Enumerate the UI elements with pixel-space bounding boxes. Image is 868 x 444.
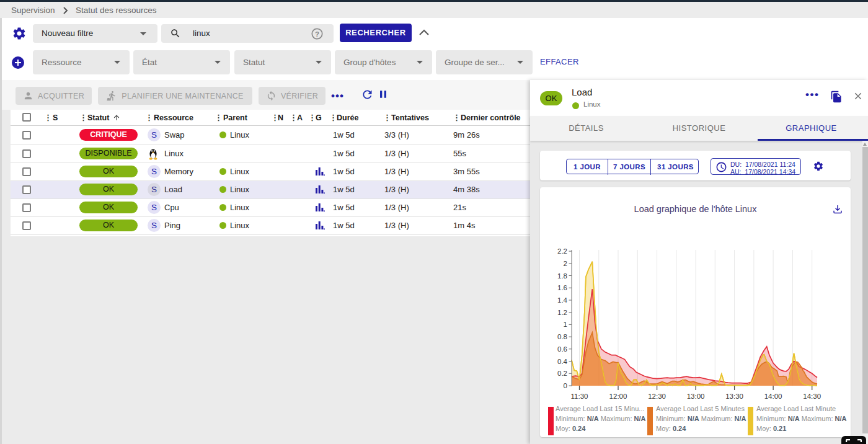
- svg-text:?: ?: [315, 30, 319, 38]
- svg-text:1: 1: [564, 321, 567, 328]
- svg-text:2.2: 2.2: [557, 247, 567, 255]
- svg-text:12:00: 12:00: [609, 393, 627, 400]
- svg-text:1.4: 1.4: [557, 296, 568, 304]
- svg-text:1.2: 1.2: [557, 309, 567, 316]
- svg-text:14:30: 14:30: [803, 393, 821, 400]
- svg-text:0.6: 0.6: [557, 345, 567, 353]
- svg-text:1.6: 1.6: [557, 284, 567, 291]
- svg-text:13:30: 13:30: [725, 393, 743, 400]
- svg-text:0.4: 0.4: [557, 358, 568, 365]
- svg-text:13:00: 13:00: [687, 393, 705, 400]
- svg-text:1.8: 1.8: [557, 272, 567, 280]
- svg-text:0: 0: [564, 382, 567, 389]
- svg-text:11:30: 11:30: [571, 393, 588, 400]
- svg-text:14:00: 14:00: [764, 393, 782, 400]
- svg-text:12:30: 12:30: [648, 393, 666, 400]
- svg-text:2: 2: [564, 260, 567, 267]
- svg-text:0.2: 0.2: [557, 370, 567, 377]
- svg-text:0.8: 0.8: [557, 333, 567, 340]
